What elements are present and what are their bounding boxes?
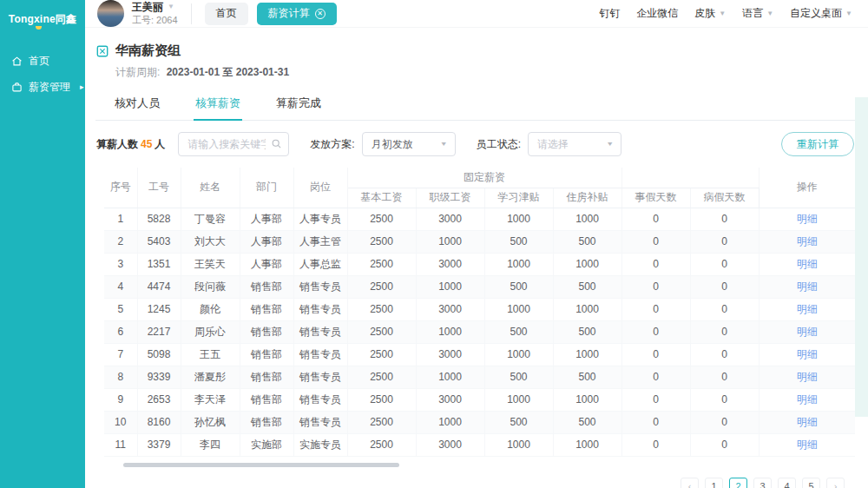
detail-link[interactable]: 明细 (797, 348, 818, 360)
table-cell-action: 明细 (759, 388, 855, 411)
table-cell: 销售专员 (293, 411, 347, 433)
table-cell: 0 (690, 253, 759, 275)
topbar: 王美丽 ▼ 工号: 2064 首页 薪资计算 ✕ 钉钉 企业微信 皮肤▼ 语言▼… (85, 0, 868, 28)
table-cell: 500 (484, 320, 553, 343)
table-cell: 销售专员 (293, 388, 347, 411)
table-cell: 10 (104, 411, 137, 433)
recalculate-button[interactable]: 重新计算 (781, 132, 854, 156)
table-cell: 销售部 (240, 320, 293, 343)
table-cell: 销售部 (240, 298, 293, 320)
page-title: 华南薪资组 (115, 43, 181, 59)
table-cell: 2500 (347, 366, 416, 388)
menu-wecom[interactable]: 企业微信 (636, 6, 678, 21)
table-cell: 1000 (484, 433, 553, 456)
table-cell: 1 (104, 208, 137, 230)
table-cell: 1245 (137, 298, 181, 320)
table-cell: 500 (484, 230, 553, 253)
tab-check-staff[interactable]: 核对人员 (113, 89, 161, 120)
status-select[interactable]: 请选择 ▼ (528, 132, 621, 156)
table-cell: 1351 (137, 253, 181, 275)
detail-link[interactable]: 明细 (797, 235, 818, 247)
table-cell: 周乐心 (181, 320, 240, 343)
table-cell: 销售专员 (293, 343, 347, 366)
page-button[interactable]: 2 (729, 478, 747, 488)
logo-accent (36, 26, 42, 30)
table-row: 62217周乐心销售部销售专员2500100050050000明细 (104, 320, 855, 343)
page-button[interactable]: 3 (753, 478, 772, 488)
menu-language[interactable]: 语言▼ (742, 6, 773, 21)
menu-label: 自定义桌面 (790, 6, 842, 21)
table-cell: 0 (621, 388, 690, 411)
nav-tab-payroll-calc[interactable]: 薪资计算 ✕ (257, 3, 337, 25)
table-cell: 1000 (484, 253, 553, 275)
detail-link[interactable]: 明细 (797, 280, 818, 293)
table-cell: 销售部 (240, 343, 293, 366)
period-value: 2023-01-01 至 2023-01-31 (167, 66, 289, 78)
table-cell: 6 (104, 320, 137, 343)
col-base-salary: 基本工资 (347, 188, 416, 208)
nav-tab-home[interactable]: 首页 (205, 3, 248, 25)
page-button[interactable]: 5 (802, 478, 820, 488)
detail-link[interactable]: 明细 (797, 258, 818, 270)
payroll-group-icon (96, 45, 108, 57)
page-prev-button[interactable]: ‹ (681, 478, 699, 488)
menu-skin[interactable]: 皮肤▼ (694, 6, 726, 21)
table-cell: 段问薇 (181, 275, 240, 298)
col-index: 序号 (104, 168, 137, 208)
user-block[interactable]: 王美丽 ▼ 工号: 2064 (132, 1, 178, 27)
table-cell: 3000 (416, 343, 484, 366)
sidebar-item-payroll[interactable]: 薪资管理 ▸ (0, 74, 85, 100)
table-row: 75098王五销售部销售专员250030001000100000明细 (104, 343, 855, 366)
close-icon[interactable]: ✕ (315, 9, 326, 19)
table-cell: 销售部 (240, 366, 293, 388)
detail-link[interactable]: 明细 (797, 371, 818, 383)
avatar[interactable] (97, 0, 124, 27)
table-cell: 0 (621, 275, 690, 298)
table-cell: 3000 (416, 298, 484, 320)
table-cell: 0 (690, 230, 759, 253)
table-cell: 2653 (137, 388, 181, 411)
tab-calc-done[interactable]: 算薪完成 (274, 89, 323, 120)
table-cell: 0 (690, 343, 759, 366)
menu-label: 企业微信 (636, 6, 678, 21)
table-cell: 人事专员 (293, 208, 347, 230)
tab-calc-salary[interactable]: 核算薪资 (194, 89, 242, 120)
table-cell: 实施部 (240, 433, 293, 456)
table-cell: 2500 (347, 253, 416, 275)
col-name: 姓名 (181, 168, 240, 208)
table-cell: 500 (553, 320, 621, 343)
detail-link[interactable]: 明细 (797, 213, 818, 225)
detail-link[interactable]: 明细 (797, 326, 818, 338)
table-cell: 500 (553, 411, 621, 433)
page-next-button[interactable]: › (826, 478, 845, 488)
sidebar-item-home[interactable]: 首页 (0, 48, 85, 74)
table-cell: 3000 (416, 208, 484, 230)
detail-link[interactable]: 明细 (797, 416, 818, 428)
table-cell: 4474 (137, 275, 181, 298)
horizontal-scrollbar[interactable] (123, 463, 399, 467)
table-cell: 李天泽 (181, 388, 240, 411)
table-cell: 人事部 (240, 253, 293, 275)
detail-link[interactable]: 明细 (797, 393, 818, 406)
col-sick-leave: 病假天数 (690, 188, 759, 208)
table-cell: 2500 (347, 208, 416, 230)
menu-custom-desktop[interactable]: 自定义桌面▼ (790, 6, 852, 21)
table-cell: 2500 (347, 343, 416, 366)
table-cell: 500 (553, 230, 621, 253)
plan-select[interactable]: 月初发放 ▼ (362, 132, 456, 156)
table-cell-action: 明细 (759, 411, 855, 433)
table-cell: 500 (484, 366, 553, 388)
table-cell: 人事部 (240, 230, 293, 253)
table-cell: 人事总监 (293, 253, 347, 275)
page-button[interactable]: 1 (705, 478, 723, 488)
detail-link[interactable]: 明细 (797, 439, 818, 451)
page-button[interactable]: 4 (778, 478, 796, 488)
table-cell: 1000 (553, 208, 621, 230)
detail-link[interactable]: 明细 (797, 303, 818, 315)
table-cell: 3 (104, 253, 137, 275)
chevron-down-icon: ▼ (168, 3, 174, 11)
brand-logo: Tongxine同鑫 (0, 0, 85, 39)
table-cell: 5 (104, 298, 137, 320)
menu-dingtalk[interactable]: 钉钉 (599, 6, 620, 21)
table-cell: 潘夏彤 (181, 366, 240, 388)
